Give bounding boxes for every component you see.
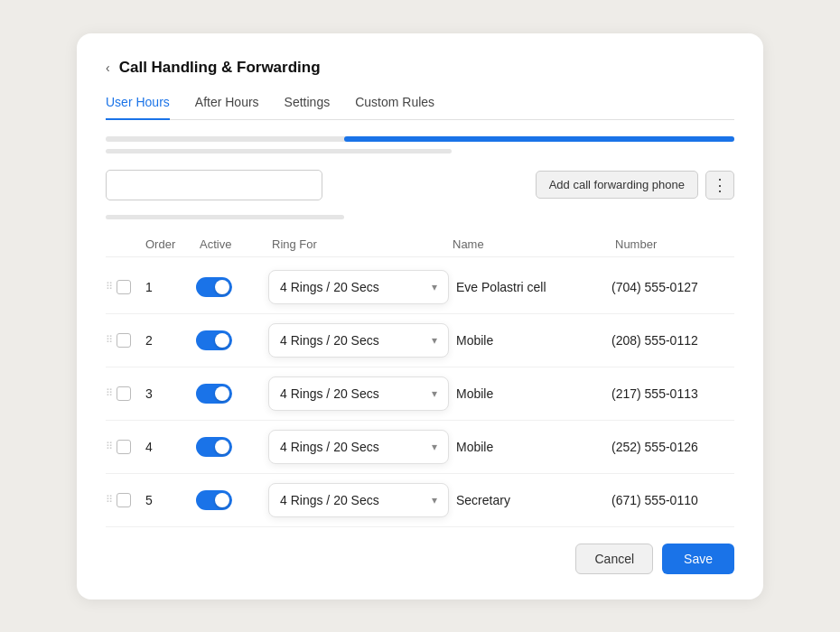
progress-bar-bg [106, 136, 734, 142]
ring-for-value: 4 Rings / 20 Secs [280, 493, 379, 507]
phone-number: (704) 555-0127 [611, 280, 756, 294]
chevron-down-icon: ▾ [432, 281, 437, 293]
ring-for-dropdown[interactable]: 4 Rings / 20 Secs ▾ [268, 323, 449, 358]
order-number: 4 [142, 440, 196, 454]
header-number: Number [611, 237, 756, 251]
table-row: ⠿ 2 4 Rings / 20 Secs ▾ Mobile (208) 555… [106, 314, 734, 367]
table-header: Order Active Ring For Name Number [106, 232, 734, 257]
toggle-switch[interactable] [196, 330, 232, 350]
phone-number: (208) 555-0112 [611, 333, 756, 348]
active-toggle[interactable] [196, 384, 268, 404]
ring-for-cell: 4 Rings / 20 Secs ▾ [268, 270, 449, 304]
contact-name: Secretary [449, 493, 611, 507]
header-active: Active [196, 237, 268, 251]
ring-for-value: 4 Rings / 20 Secs [280, 386, 379, 401]
order-number: 5 [142, 493, 196, 507]
card-title: Call Handling & Forwarding [119, 59, 321, 77]
header-order: Order [142, 237, 196, 251]
active-toggle[interactable] [196, 490, 268, 510]
row-checkbox[interactable] [117, 280, 131, 294]
collapse-icon[interactable]: ‹ [106, 60, 110, 75]
contact-name: Eve Polastri cell [449, 280, 611, 294]
order-number: 3 [142, 386, 196, 401]
row-checkbox[interactable] [117, 333, 131, 348]
card-header: ‹ Call Handling & Forwarding [106, 59, 734, 77]
ring-for-cell: 4 Rings / 20 Secs ▾ [268, 430, 449, 464]
table-body: ⠿ 1 4 Rings / 20 Secs ▾ Eve Polastri cel… [106, 261, 734, 527]
toolbar: Add call forwarding phone ⋮ [106, 170, 734, 200]
main-card: ‹ Call Handling & Forwarding User Hours … [77, 33, 763, 599]
ring-for-value: 4 Rings / 20 Secs [280, 280, 379, 294]
ring-for-dropdown[interactable]: 4 Rings / 20 Secs ▾ [268, 270, 449, 304]
phone-number: (671) 555-0110 [611, 493, 756, 507]
footer: Cancel Save [106, 544, 734, 574]
active-toggle[interactable] [196, 330, 268, 350]
table-row: ⠿ 4 4 Rings / 20 Secs ▾ Mobile (252) 555… [106, 421, 734, 474]
row-checkbox[interactable] [117, 440, 131, 454]
ring-for-dropdown[interactable]: 4 Rings / 20 Secs ▾ [268, 483, 449, 517]
ring-for-value: 4 Rings / 20 Secs [280, 440, 379, 454]
ring-for-dropdown[interactable]: 4 Rings / 20 Secs ▾ [268, 430, 449, 464]
ring-for-value: 4 Rings / 20 Secs [280, 333, 379, 348]
drag-handle[interactable]: ⠿ [106, 333, 142, 348]
contact-name: Mobile [449, 440, 611, 454]
order-number: 1 [142, 280, 196, 294]
tab-settings[interactable]: Settings [285, 95, 331, 120]
chevron-down-icon: ▾ [432, 441, 437, 453]
phone-number: (217) 555-0113 [611, 386, 756, 401]
header-name: Name [449, 237, 611, 251]
toggle-switch[interactable] [196, 277, 232, 297]
more-options-button[interactable]: ⋮ [705, 171, 734, 200]
toggle-switch[interactable] [196, 384, 232, 404]
cancel-button[interactable]: Cancel [575, 544, 653, 574]
chevron-down-icon: ▾ [432, 334, 437, 347]
tabs-bar: User Hours After Hours Settings Custom R… [106, 95, 734, 120]
ring-for-cell: 4 Rings / 20 Secs ▾ [268, 483, 449, 517]
chevron-down-icon: ▾ [432, 494, 437, 507]
ring-for-cell: 4 Rings / 20 Secs ▾ [268, 376, 449, 411]
tab-after-hours[interactable]: After Hours [195, 95, 259, 120]
drag-handle[interactable]: ⠿ [106, 386, 142, 401]
active-toggle[interactable] [196, 437, 268, 457]
table-row: ⠿ 1 4 Rings / 20 Secs ▾ Eve Polastri cel… [106, 261, 734, 314]
sub-bar [106, 215, 344, 219]
drag-handle[interactable]: ⠿ [106, 280, 142, 294]
contact-name: Mobile [449, 333, 611, 348]
row-checkbox[interactable] [117, 386, 131, 401]
row-checkbox[interactable] [117, 493, 131, 507]
ring-for-cell: 4 Rings / 20 Secs ▾ [268, 323, 449, 358]
progress-area [106, 136, 734, 153]
progress-sub [106, 149, 452, 153]
search-input[interactable] [106, 170, 322, 200]
add-forwarding-button[interactable]: Add call forwarding phone [536, 171, 698, 199]
header-drag [106, 237, 142, 251]
ring-for-dropdown[interactable]: 4 Rings / 20 Secs ▾ [268, 376, 449, 411]
table-row: ⠿ 3 4 Rings / 20 Secs ▾ Mobile (217) 555… [106, 367, 734, 421]
active-toggle[interactable] [196, 277, 268, 297]
contact-name: Mobile [449, 386, 611, 401]
toggle-switch[interactable] [196, 490, 232, 510]
order-number: 2 [142, 333, 196, 348]
header-ring-for: Ring For [268, 237, 449, 251]
drag-handle[interactable]: ⠿ [106, 440, 142, 454]
phone-number: (252) 555-0126 [611, 440, 756, 454]
tab-custom-rules[interactable]: Custom Rules [355, 95, 434, 120]
progress-bar-fill [344, 136, 734, 142]
chevron-down-icon: ▾ [432, 387, 437, 400]
drag-handle[interactable]: ⠿ [106, 493, 142, 507]
toggle-switch[interactable] [196, 437, 232, 457]
toolbar-right: Add call forwarding phone ⋮ [536, 171, 734, 200]
table-row: ⠿ 5 4 Rings / 20 Secs ▾ Secretary (671) … [106, 474, 734, 527]
save-button[interactable]: Save [662, 544, 734, 574]
tab-user-hours[interactable]: User Hours [106, 95, 170, 120]
